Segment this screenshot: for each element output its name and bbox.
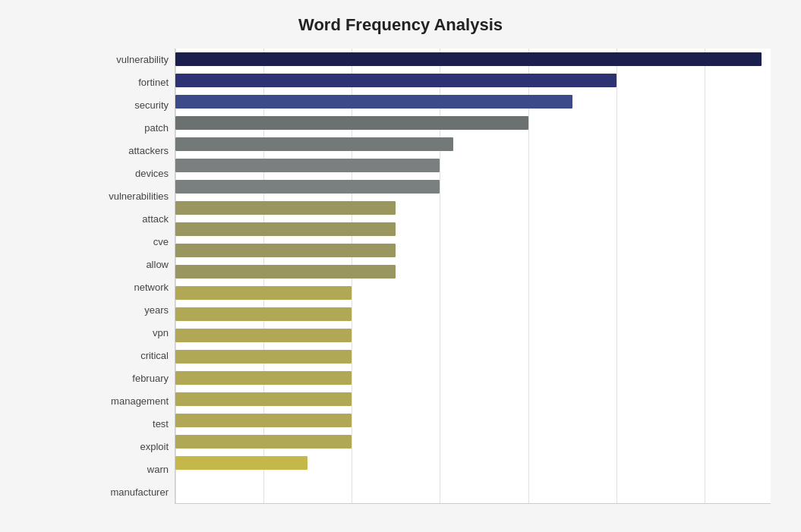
bar-fortinet bbox=[175, 74, 617, 87]
y-label: management bbox=[91, 391, 169, 412]
bar-vulnerability bbox=[175, 52, 762, 66]
chart-title: Word Frequency Analysis bbox=[30, 15, 771, 35]
bar-manufacturer bbox=[175, 456, 307, 470]
bar-attack bbox=[175, 201, 396, 215]
bar-critical bbox=[175, 329, 352, 342]
bar-management bbox=[175, 371, 352, 385]
bar-allow bbox=[175, 244, 396, 257]
y-label: vulnerabilities bbox=[91, 186, 169, 207]
y-label: fortinet bbox=[91, 72, 169, 93]
y-label: network bbox=[91, 277, 169, 298]
y-label: critical bbox=[91, 345, 169, 367]
y-label: allow bbox=[91, 254, 169, 275]
y-label: warn bbox=[91, 459, 169, 480]
y-label: patch bbox=[91, 118, 169, 139]
y-label: test bbox=[91, 414, 169, 435]
bar-warn bbox=[175, 435, 352, 449]
bar-cve bbox=[175, 222, 396, 236]
y-label: attack bbox=[91, 209, 169, 230]
bar-vulnerabilities bbox=[175, 180, 440, 194]
bar-security bbox=[175, 95, 572, 109]
bar-attackers bbox=[175, 137, 453, 151]
gridline bbox=[528, 49, 529, 503]
plot-area bbox=[175, 49, 771, 504]
y-label: manufacturer bbox=[91, 482, 169, 503]
bar-years bbox=[175, 286, 352, 300]
y-label: attackers bbox=[91, 140, 169, 162]
bar-patch bbox=[175, 116, 528, 130]
bar-network bbox=[175, 265, 396, 279]
gridline bbox=[617, 49, 617, 503]
y-axis-labels: vulnerabilityfortinetsecuritypatchattack… bbox=[91, 49, 175, 504]
y-label: years bbox=[91, 300, 169, 321]
y-label: vulnerability bbox=[91, 49, 169, 71]
y-label: cve bbox=[91, 231, 169, 253]
bar-vpn bbox=[175, 307, 352, 321]
y-label: exploit bbox=[91, 436, 169, 458]
bar-exploit bbox=[175, 414, 352, 427]
y-label: february bbox=[91, 368, 169, 389]
y-label: vpn bbox=[91, 323, 169, 344]
bar-devices bbox=[175, 159, 440, 172]
gridline bbox=[705, 49, 705, 503]
bar-test bbox=[175, 392, 352, 406]
bar-february bbox=[175, 350, 352, 364]
y-label: security bbox=[91, 95, 169, 116]
y-label: devices bbox=[91, 163, 169, 184]
chart-container: Word Frequency Analysis vulnerabilityfor… bbox=[0, 0, 801, 532]
